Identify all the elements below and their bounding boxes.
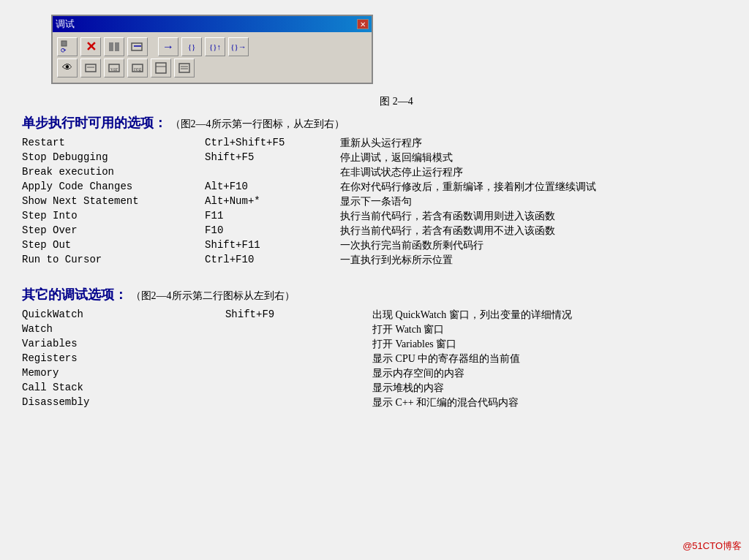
table-row: Step Out Shift+F11 一次执行完当前函数所剩代码行 xyxy=(22,238,734,253)
tb-registers[interactable]: reg xyxy=(127,58,148,77)
svg-text:var: var xyxy=(110,66,118,72)
desc-cell: 显示 CPU 中的寄存器组的当前值 xyxy=(365,352,734,366)
cmd-cell: Run to Cursor xyxy=(22,253,205,268)
shortcut-cell xyxy=(205,165,333,180)
shortcut-cell: Shift+F11 xyxy=(205,238,333,253)
toolbar-titlebar: 调试 ✕ xyxy=(53,16,372,32)
tb-separator xyxy=(151,37,155,56)
tb-step-out[interactable]: {}↑ xyxy=(205,37,225,56)
tb-apply[interactable] xyxy=(127,37,148,56)
desc-cell: 在你对代码行修改后，重新编译，接着刚才位置继续调试 xyxy=(333,180,734,194)
cmd-cell: QuickWatch xyxy=(22,308,225,322)
tb-step-into[interactable]: → xyxy=(158,37,178,56)
shortcut-cell xyxy=(225,352,365,366)
table-row: Watch 打开 Watch 窗口 xyxy=(22,322,734,337)
toolbar-row-2: 👁 var reg xyxy=(57,58,367,77)
cmd-cell: Watch xyxy=(22,322,225,337)
cmd-cell: Step Into xyxy=(22,209,205,224)
toolbar-row-1: ⟳ ✕ → {} {}↑ {}→ xyxy=(57,37,367,56)
desc-cell: 执行当前代码行，若含有函数调用则进入该函数 xyxy=(333,209,734,224)
svg-rect-6 xyxy=(86,64,96,72)
shortcut-cell: Ctrl+Shift+F5 xyxy=(205,136,333,151)
fig-caption: 图 2—4 xyxy=(51,95,742,108)
svg-rect-0 xyxy=(61,41,67,46)
tb-variables[interactable]: var xyxy=(104,58,124,77)
shortcut-cell xyxy=(225,396,365,410)
shortcut-cell: F11 xyxy=(205,209,333,224)
cmd-cell: Memory xyxy=(22,366,225,381)
shortcut-cell xyxy=(225,381,365,396)
toolbar-body: ⟳ ✕ → {} {}↑ {}→ 👁 xyxy=(53,32,372,83)
tb-break[interactable] xyxy=(104,37,124,56)
shortcut-cell xyxy=(225,337,365,352)
table-row: Memory 显示内存空间的内容 xyxy=(22,366,734,381)
tb-watch[interactable] xyxy=(80,58,101,77)
desc-cell: 在非调试状态停止运行程序 xyxy=(333,165,734,180)
svg-rect-2 xyxy=(109,42,113,51)
tb-callstack[interactable] xyxy=(174,58,195,77)
svg-rect-12 xyxy=(156,63,166,73)
table-row: Run to Cursor Ctrl+F10 一直执行到光标所示位置 xyxy=(22,253,734,268)
svg-rect-3 xyxy=(115,42,119,51)
table-row: QuickWatch Shift+F9 出现 QuickWatch 窗口，列出变… xyxy=(22,308,734,322)
section2-table: QuickWatch Shift+F9 出现 QuickWatch 窗口，列出变… xyxy=(22,308,734,410)
section2-header: 其它的调试选项： （图2—4所示第二行图标从左到右） xyxy=(22,286,742,303)
cmd-cell: Apply Code Changes xyxy=(22,180,205,194)
tb-memory[interactable] xyxy=(151,58,171,77)
table-row: Restart Ctrl+Shift+F5 重新从头运行程序 xyxy=(22,136,734,151)
table-row: Step Into F11 执行当前代码行，若含有函数调用则进入该函数 xyxy=(22,209,734,224)
tb-run-cursor[interactable]: {}→ xyxy=(228,37,249,56)
svg-text:reg: reg xyxy=(134,66,141,72)
cmd-cell: Call Stack xyxy=(22,381,225,396)
svg-rect-14 xyxy=(179,64,189,72)
shortcut-cell: Ctrl+F10 xyxy=(205,253,333,268)
desc-cell: 执行当前代码行，若含有函数调用不进入该函数 xyxy=(333,224,734,238)
table-row: Apply Code Changes Alt+F10 在你对代码行修改后，重新编… xyxy=(22,180,734,194)
cmd-cell: Break execution xyxy=(22,165,205,180)
desc-cell: 显示内存空间的内容 xyxy=(365,366,734,381)
desc-cell: 一直执行到光标所示位置 xyxy=(333,253,734,268)
tb-restart[interactable]: ⟳ xyxy=(57,37,78,56)
desc-cell: 显示堆栈的内容 xyxy=(365,381,734,396)
desc-cell: 显示下一条语句 xyxy=(333,194,734,209)
close-button[interactable]: ✕ xyxy=(357,19,369,29)
table-row: Step Over F10 执行当前代码行，若含有函数调用不进入该函数 xyxy=(22,224,734,238)
desc-cell: 打开 Variables 窗口 xyxy=(365,337,734,352)
cmd-cell: Disassembly xyxy=(22,396,225,410)
desc-cell: 停止调试，返回编辑模式 xyxy=(333,151,734,165)
table-row: Call Stack 显示堆栈的内容 xyxy=(22,381,734,396)
cmd-cell: Variables xyxy=(22,337,225,352)
tb-stop[interactable]: ✕ xyxy=(80,37,101,56)
shortcut-cell: Shift+F5 xyxy=(205,151,333,165)
shortcut-cell xyxy=(225,322,365,337)
cmd-cell: Registers xyxy=(22,352,225,366)
svg-text:⟳: ⟳ xyxy=(61,47,67,54)
table-row: Variables 打开 Variables 窗口 xyxy=(22,337,734,352)
desc-cell: 重新从头运行程序 xyxy=(333,136,734,151)
cmd-cell: Restart xyxy=(22,136,205,151)
cmd-cell: Step Over xyxy=(22,224,205,238)
cmd-cell: Stop Debugging xyxy=(22,151,205,165)
table-row: Break execution 在非调试状态停止运行程序 xyxy=(22,165,734,180)
desc-cell: 出现 QuickWatch 窗口，列出变量的详细情况 xyxy=(365,308,734,322)
table-row: Registers 显示 CPU 中的寄存器组的当前值 xyxy=(22,352,734,366)
table-row: Disassembly 显示 C++ 和汇编的混合代码内容 xyxy=(22,396,734,410)
tb-step-over[interactable]: {} xyxy=(181,37,202,56)
shortcut-cell: Alt+F10 xyxy=(205,180,333,194)
cmd-cell: Step Out xyxy=(22,238,205,253)
section1-header: 单步执行时可用的选项： （图2—4所示第一行图标，从左到右） xyxy=(22,114,742,132)
shortcut-cell: F10 xyxy=(205,224,333,238)
svg-rect-4 xyxy=(132,43,142,50)
tb-quickwatch[interactable]: 👁 xyxy=(57,58,78,77)
debug-toolbar-window: 调试 ✕ ⟳ ✕ → {} {}↑ {}→ xyxy=(51,15,373,84)
shortcut-cell: Shift+F9 xyxy=(225,308,365,322)
desc-cell: 一次执行完当前函数所剩代码行 xyxy=(333,238,734,253)
toolbar-title: 调试 xyxy=(56,18,75,31)
section1-table: Restart Ctrl+Shift+F5 重新从头运行程序 Stop Debu… xyxy=(22,136,734,268)
shortcut-cell: Alt+Num+* xyxy=(205,194,333,209)
cmd-cell: Show Next Statement xyxy=(22,194,205,209)
watermark: @51CTO博客 xyxy=(682,540,742,553)
shortcut-cell xyxy=(225,366,365,381)
desc-cell: 打开 Watch 窗口 xyxy=(365,322,734,337)
table-row: Show Next Statement Alt+Num+* 显示下一条语句 xyxy=(22,194,734,209)
